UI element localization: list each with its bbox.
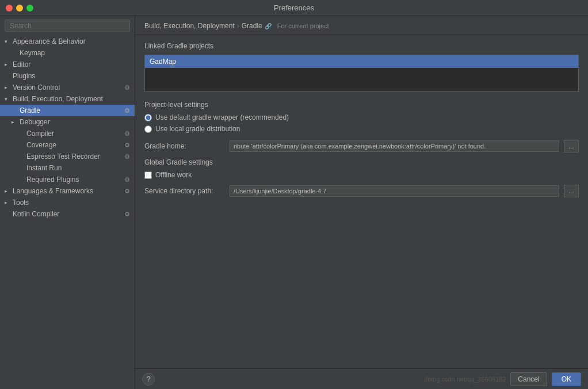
radio-default-wrapper[interactable] [144, 114, 152, 121]
service-directory-browse-button[interactable]: ... [564, 185, 579, 197]
linked-projects-label: Linked Gradle projects [144, 42, 579, 50]
project-settings-label: Project-level settings [144, 101, 579, 109]
sidebar-item-keymap[interactable]: Keymap [0, 47, 135, 59]
offline-work-label: Offline work [155, 171, 192, 179]
sidebar-item-plugins[interactable]: Plugins [0, 70, 135, 82]
breadcrumb: Build, Execution, Deployment › Gradle 🔗 … [135, 16, 588, 35]
sidebar-item-appearance[interactable]: Appearance & Behavior [0, 36, 135, 47]
global-settings-label: Global Gradle settings [144, 158, 579, 166]
sidebar-item-languages[interactable]: Languages & Frameworks ⚙ [0, 185, 135, 197]
sidebar-item-debugger[interactable]: Debugger [0, 116, 135, 128]
main-container: Appearance & Behavior Keymap Editor Plug… [0, 16, 588, 389]
gradle-home-browse-button[interactable]: ... [564, 140, 579, 152]
settings-icon: ⚙ [124, 176, 130, 184]
service-directory-label: Service directory path: [144, 187, 225, 195]
sidebar-item-label: Required Plugins [26, 176, 79, 184]
offline-work-checkbox[interactable] [144, 171, 152, 179]
chevron-icon [5, 62, 10, 67]
sidebar-item-label: Instant Run [26, 164, 62, 172]
sidebar-item-label: Keymap [20, 49, 45, 57]
sidebar-item-label: Debugger [20, 118, 50, 126]
radio-default-wrapper-row: Use default gradle wrapper (recommended) [144, 113, 579, 121]
settings-icon: ⚙ [124, 211, 130, 218]
breadcrumb-path1: Build, Execution, Deployment [144, 22, 235, 30]
sidebar-item-label: Plugins [13, 72, 35, 80]
sidebar: Appearance & Behavior Keymap Editor Plug… [0, 16, 135, 389]
list-empty-area [145, 68, 578, 91]
chevron-icon [12, 119, 17, 125]
chevron-icon [5, 188, 10, 194]
gradle-home-input[interactable] [230, 140, 559, 152]
sidebar-item-espresso[interactable]: Espresso Test Recorder ⚙ [0, 151, 135, 162]
breadcrumb-separator: › [237, 22, 239, 30]
bottom-right: //blog.csdn.net/qq_35608182 Cancel OK [424, 372, 581, 386]
minimize-button[interactable] [16, 5, 23, 12]
sidebar-item-label: Tools [13, 199, 29, 207]
window-title: Preferences [274, 3, 314, 12]
sidebar-item-label: Version Control [13, 83, 60, 91]
project-settings-section: Project-level settings Use default gradl… [144, 101, 579, 133]
sidebar-item-required-plugins[interactable]: Required Plugins ⚙ [0, 174, 135, 185]
gradle-home-row: Gradle home: ... [144, 140, 579, 152]
service-directory-row: Service directory path: ... [144, 185, 579, 197]
sidebar-item-label: Editor [13, 60, 30, 68]
sidebar-item-compiler[interactable]: Compiler ⚙ [0, 128, 135, 139]
sidebar-item-gradle[interactable]: Gradle ⚙ [0, 105, 135, 116]
linked-projects-list: GadMap [144, 55, 579, 91]
bottom-left: ? [142, 373, 155, 386]
linked-project-item[interactable]: GadMap [145, 55, 578, 68]
settings-icon: ⚙ [124, 84, 130, 91]
bottom-bar: ? //blog.csdn.net/qq_35608182 Cancel OK [135, 368, 588, 389]
radio-local-distribution-label: Use local gradle distribution [155, 125, 240, 133]
sidebar-item-label: Gradle [20, 106, 40, 115]
ok-button[interactable]: OK [552, 372, 581, 386]
watermark-text: //blog.csdn.net/qq_35608182 [424, 376, 506, 383]
close-button[interactable] [6, 5, 13, 12]
gradle-home-label: Gradle home: [144, 142, 225, 150]
content-area: Build, Execution, Deployment › Gradle 🔗 … [135, 16, 588, 389]
sidebar-item-label: Build, Execution, Deployment [13, 95, 103, 103]
sidebar-item-label: Coverage [26, 141, 56, 149]
sidebar-item-label: Espresso Test Recorder [26, 152, 100, 161]
sidebar-item-build-execution[interactable]: Build, Execution, Deployment [0, 93, 135, 105]
sidebar-item-editor[interactable]: Editor [0, 59, 135, 70]
maximize-button[interactable] [26, 5, 33, 12]
sidebar-item-label: Kotlin Compiler [13, 210, 59, 218]
title-bar: Preferences [0, 0, 588, 16]
help-button[interactable]: ? [142, 373, 155, 386]
breadcrumb-note: For current project [277, 22, 329, 29]
search-input[interactable] [5, 20, 130, 32]
sidebar-item-label: Compiler [26, 129, 54, 138]
sidebar-item-tools[interactable]: Tools [0, 197, 135, 208]
chevron-icon [5, 85, 10, 90]
chevron-icon [5, 200, 10, 205]
sidebar-item-kotlin[interactable]: Kotlin Compiler ⚙ [0, 208, 135, 220]
radio-default-wrapper-label: Use default gradle wrapper (recommended) [155, 113, 289, 121]
sidebar-item-version-control[interactable]: Version Control ⚙ [0, 82, 135, 93]
sidebar-item-label: Appearance & Behavior [13, 37, 86, 45]
chevron-icon [5, 96, 10, 102]
settings-icon: ⚙ [124, 153, 130, 161]
settings-icon: ⚙ [124, 142, 130, 149]
radio-local-distribution[interactable] [144, 125, 152, 133]
settings-icon: ⚙ [124, 188, 130, 195]
breadcrumb-path2: Gradle [242, 22, 262, 30]
cancel-button[interactable]: Cancel [510, 372, 547, 386]
sidebar-item-instant-run[interactable]: Instant Run [0, 162, 135, 174]
chevron-icon [5, 39, 10, 44]
link-icon: 🔗 [265, 23, 272, 29]
content-body: Linked Gradle projects GadMap Project-le… [135, 35, 588, 368]
sidebar-item-label: Languages & Frameworks [13, 187, 93, 195]
offline-work-row: Offline work [144, 171, 579, 179]
radio-local-distribution-row: Use local gradle distribution [144, 125, 579, 133]
traffic-lights [6, 5, 33, 12]
settings-icon: ⚙ [124, 130, 130, 138]
service-directory-input[interactable] [230, 185, 559, 197]
sidebar-item-coverage[interactable]: Coverage ⚙ [0, 139, 135, 151]
settings-icon: ⚙ [124, 107, 130, 115]
